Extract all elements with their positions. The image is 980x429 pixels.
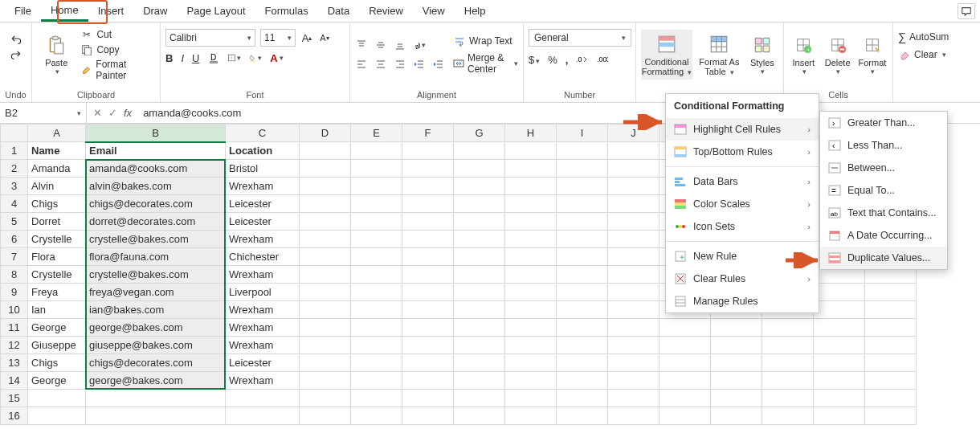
- cell-E3[interactable]: [351, 178, 402, 195]
- cell-H2[interactable]: [505, 160, 557, 178]
- cell-O11[interactable]: [865, 319, 917, 337]
- row-header-7[interactable]: 7: [1, 248, 28, 266]
- col-header-I[interactable]: I: [557, 125, 608, 142]
- underline-button[interactable]: U: [192, 52, 199, 64]
- cell-I11[interactable]: [557, 319, 608, 337]
- cell-G2[interactable]: [454, 160, 505, 178]
- cell-G3[interactable]: [454, 178, 505, 195]
- cell-F10[interactable]: [402, 301, 454, 319]
- accounting-format-button[interactable]: $▾: [529, 54, 540, 66]
- cell-D10[interactable]: [300, 301, 351, 319]
- undo-icon[interactable]: [10, 32, 22, 45]
- cell-H15[interactable]: [505, 390, 557, 407]
- cell-J14[interactable]: [608, 372, 659, 390]
- cell-D15[interactable]: [300, 390, 351, 407]
- cell-C3[interactable]: Wrexham: [226, 178, 300, 195]
- cf-between[interactable]: Between...: [820, 157, 947, 179]
- cell-C9[interactable]: Liverpool: [226, 284, 300, 301]
- row-header-10[interactable]: 10: [1, 301, 28, 319]
- col-header-F[interactable]: F: [402, 125, 454, 142]
- cell-I6[interactable]: [557, 231, 608, 248]
- cell-E1[interactable]: [351, 142, 402, 160]
- cell-J10[interactable]: [608, 301, 659, 319]
- cell-H11[interactable]: [505, 319, 557, 337]
- cell-I4[interactable]: [557, 195, 608, 213]
- cell-O15[interactable]: [865, 390, 917, 407]
- cell-C11[interactable]: Wrexham: [226, 319, 300, 337]
- cell-C8[interactable]: Wrexham: [226, 266, 300, 284]
- row-header-6[interactable]: 6: [1, 231, 28, 248]
- cell-H13[interactable]: [505, 354, 557, 372]
- cell-H1[interactable]: [505, 142, 557, 160]
- cell-B2[interactable]: amanda@cooks.com: [86, 160, 226, 178]
- orientation-icon[interactable]: ab▾: [413, 39, 426, 51]
- cell-G4[interactable]: [454, 195, 505, 213]
- cell-G7[interactable]: [454, 248, 505, 266]
- cf-top-bottom-rules[interactable]: Top/Bottom Rules›: [666, 141, 819, 163]
- align-right-icon[interactable]: [394, 58, 406, 71]
- cell-J6[interactable]: [608, 231, 659, 248]
- cell-A14[interactable]: George: [28, 372, 86, 390]
- cf-data-bars[interactable]: Data Bars›: [666, 170, 819, 193]
- comma-format-button[interactable]: ,: [566, 54, 569, 66]
- cell-D7[interactable]: [300, 248, 351, 266]
- delete-cells-button[interactable]: Delete▾: [823, 31, 851, 79]
- decrease-decimal-button[interactable]: .00: [597, 53, 610, 66]
- redo-icon[interactable]: [10, 47, 22, 60]
- cell-M16[interactable]: [762, 407, 814, 425]
- cell-I1[interactable]: [557, 142, 608, 160]
- cell-C2[interactable]: Bristol: [226, 160, 300, 178]
- cell-B4[interactable]: chigs@decorates.com: [86, 195, 226, 213]
- cell-C4[interactable]: Leicester: [226, 195, 300, 213]
- cell-F14[interactable]: [402, 372, 454, 390]
- cell-J2[interactable]: [608, 160, 659, 178]
- cell-K15[interactable]: [659, 390, 711, 407]
- comments-button[interactable]: [958, 3, 975, 19]
- cell-E4[interactable]: [351, 195, 402, 213]
- tab-home[interactable]: Home: [41, 1, 88, 22]
- row-header-1[interactable]: 1: [1, 142, 28, 160]
- cell-B16[interactable]: [86, 407, 226, 425]
- cell-I9[interactable]: [557, 284, 608, 301]
- cell-B13[interactable]: chigs@decorates.com: [86, 354, 226, 372]
- cell-F2[interactable]: [402, 160, 454, 178]
- cell-F3[interactable]: [402, 178, 454, 195]
- cell-A10[interactable]: Ian: [28, 301, 86, 319]
- decrease-font-icon[interactable]: A▾: [318, 31, 331, 44]
- cell-F12[interactable]: [402, 337, 454, 354]
- cell-B10[interactable]: ian@bakes.com: [86, 301, 226, 319]
- cell-D14[interactable]: [300, 372, 351, 390]
- cell-D3[interactable]: [300, 178, 351, 195]
- cell-G10[interactable]: [454, 301, 505, 319]
- cell-D8[interactable]: [300, 266, 351, 284]
- cell-C14[interactable]: Wrexham: [226, 372, 300, 390]
- cell-K12[interactable]: [659, 337, 711, 354]
- copy-button[interactable]: Copy: [80, 43, 155, 56]
- cell-H7[interactable]: [505, 248, 557, 266]
- autosum-button[interactable]: ∑AutoSum: [898, 31, 953, 43]
- row-header-12[interactable]: 12: [1, 337, 28, 354]
- cell-N13[interactable]: [814, 354, 865, 372]
- cell-F7[interactable]: [402, 248, 454, 266]
- cell-A12[interactable]: Giuseppe: [28, 337, 86, 354]
- row-header-14[interactable]: 14: [1, 372, 28, 390]
- cell-N10[interactable]: [814, 301, 865, 319]
- cell-N12[interactable]: [814, 337, 865, 354]
- cell-J9[interactable]: [608, 284, 659, 301]
- cf-text-contains[interactable]: abText that Contains...: [820, 202, 947, 224]
- cell-E10[interactable]: [351, 301, 402, 319]
- conditional-formatting-button[interactable]: Conditional Formatting ▾: [641, 30, 692, 80]
- col-header-B[interactable]: B: [86, 125, 226, 142]
- cell-B3[interactable]: alvin@bakes.com: [86, 178, 226, 195]
- cell-M13[interactable]: [762, 354, 814, 372]
- row-header-13[interactable]: 13: [1, 354, 28, 372]
- percent-format-button[interactable]: %: [548, 54, 557, 66]
- cell-I7[interactable]: [557, 248, 608, 266]
- tab-insert[interactable]: Insert: [88, 2, 134, 20]
- cf-clear-rules[interactable]: Clear Rules›: [666, 268, 819, 290]
- cell-G14[interactable]: [454, 372, 505, 390]
- cell-E7[interactable]: [351, 248, 402, 266]
- cf-date-occurring[interactable]: A Date Occurring...: [820, 224, 947, 247]
- cell-I3[interactable]: [557, 178, 608, 195]
- cell-E11[interactable]: [351, 319, 402, 337]
